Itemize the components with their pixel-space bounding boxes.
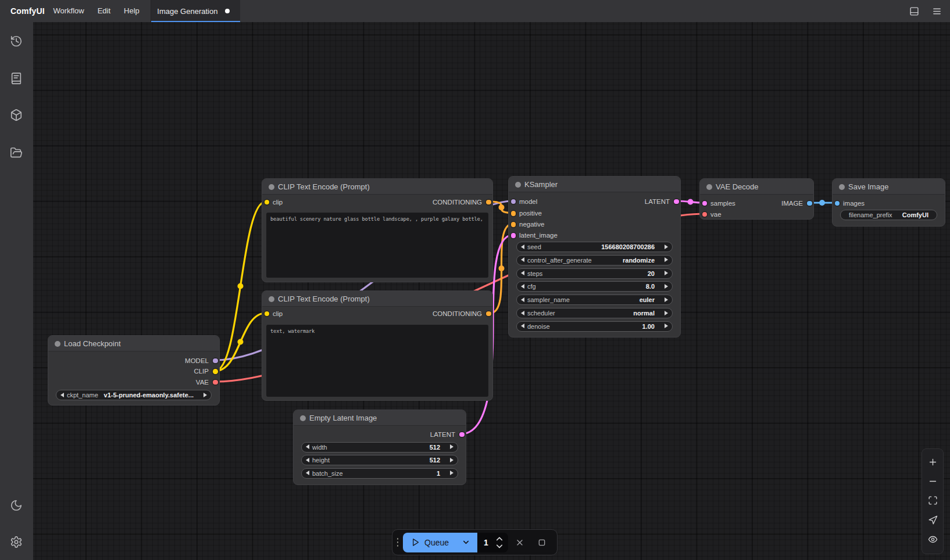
node-load-checkpoint[interactable]: Load CheckpointMODELCLIPVAEckpt_namev1-5… [48, 335, 220, 405]
output-port-dot-LATENT[interactable] [459, 432, 465, 437]
input-port-dot-positive[interactable] [511, 211, 516, 216]
node-header-load-checkpoint[interactable]: Load Checkpoint [48, 336, 219, 351]
bottom-panel-icon[interactable] [909, 6, 919, 16]
widget-filename_prefix[interactable]: filename_prefixComfyUI [840, 210, 937, 220]
menu-edit[interactable]: Edit [91, 0, 117, 22]
output-port-dot-CONDITIONING[interactable] [486, 200, 491, 205]
settings-gear-icon[interactable] [10, 536, 23, 548]
link-midpoint-dot-positive-conditioning[interactable] [499, 204, 505, 210]
output-port-dot-LATENT[interactable] [674, 199, 679, 204]
fit-view-icon[interactable] [928, 496, 938, 505]
decrement-arrow-icon[interactable] [60, 393, 64, 397]
decrement-arrow-icon[interactable] [521, 245, 524, 249]
link-midpoint-dot-latent-to-vae-decode[interactable] [688, 199, 694, 205]
count-down-icon[interactable] [496, 544, 503, 549]
node-header-empty-latent-image[interactable]: Empty Latent Image [294, 410, 466, 426]
widget-steps[interactable]: steps20 [516, 268, 673, 279]
node-save-image[interactable]: Save Imageimagesfilename_prefixComfyUI [832, 178, 945, 227]
output-port-dot-VAE[interactable] [213, 380, 218, 385]
widget-scheduler[interactable]: schedulernormal [516, 308, 673, 318]
output-port-dot-CLIP[interactable] [213, 369, 218, 374]
widget-cfg[interactable]: cfg8.0 [516, 281, 673, 292]
decrement-arrow-icon[interactable] [521, 324, 524, 328]
decrement-arrow-icon[interactable] [521, 297, 524, 302]
drag-handle-icon[interactable] [392, 538, 403, 547]
node-clip-text-encode-positive[interactable]: CLIP Text Encode (Prompt)clipCONDITIONIN… [262, 178, 493, 282]
widget-sampler_name[interactable]: sampler_nameeuler [516, 295, 673, 305]
widget-seed[interactable]: seed156680208700286 [516, 242, 673, 252]
zoom-in-icon[interactable] [928, 457, 938, 467]
decrement-arrow-icon[interactable] [306, 471, 309, 475]
node-header-save-image[interactable]: Save Image [833, 179, 945, 195]
node-vae-decode[interactable]: VAE DecodesamplesvaeIMAGE [699, 178, 814, 220]
input-port-dot-images[interactable] [835, 201, 840, 206]
collapse-dot-icon[interactable] [300, 415, 306, 421]
graph-canvas[interactable]: Load CheckpointMODELCLIPVAEckpt_namev1-5… [33, 22, 950, 560]
model-library-icon[interactable] [10, 109, 23, 121]
menu-workflow[interactable]: Workflow [47, 0, 91, 22]
output-port-dot-IMAGE[interactable] [807, 201, 812, 206]
tab-image-generation[interactable]: Image Generation [151, 0, 240, 22]
node-clip-text-encode-negative[interactable]: CLIP Text Encode (Prompt)clipCONDITIONIN… [262, 290, 493, 401]
clear-queue-button[interactable] [508, 533, 531, 552]
menu-help[interactable]: Help [117, 0, 147, 22]
node-empty-latent-image[interactable]: Empty Latent ImageLATENTwidth512height51… [293, 410, 466, 485]
collapse-dot-icon[interactable] [269, 184, 274, 190]
select-mode-icon[interactable] [928, 515, 938, 525]
batch-count-input[interactable]: 1 [477, 533, 508, 552]
widget-ckpt_name[interactable]: ckpt_namev1-5-pruned-emaonly.safete... [56, 390, 212, 400]
collapse-dot-icon[interactable] [515, 182, 521, 188]
interrupt-button[interactable] [531, 533, 552, 552]
decrement-arrow-icon[interactable] [306, 444, 309, 449]
increment-arrow-icon[interactable] [665, 245, 668, 249]
node-ksampler[interactable]: KSamplermodelpositivenegativelatent_imag… [508, 176, 681, 338]
widget-height[interactable]: height512 [301, 455, 458, 465]
link-midpoint-dot-clip-to-negative-prompt[interactable] [238, 339, 244, 345]
widget-width[interactable]: width512 [301, 442, 458, 453]
prompt-textarea[interactable]: beautiful scenery nature glass bottle la… [266, 213, 488, 278]
toggle-links-eye-icon[interactable] [928, 534, 938, 544]
zoom-out-icon[interactable] [928, 476, 938, 486]
increment-arrow-icon[interactable] [665, 324, 668, 328]
collapse-dot-icon[interactable] [706, 184, 712, 190]
decrement-arrow-icon[interactable] [521, 311, 524, 315]
decrement-arrow-icon[interactable] [306, 458, 309, 462]
queue-button[interactable]: Queue [403, 533, 477, 552]
increment-arrow-icon[interactable] [450, 444, 453, 449]
node-header-clip-text-encode-negative[interactable]: CLIP Text Encode (Prompt) [262, 291, 492, 307]
input-port-dot-vae[interactable] [702, 212, 708, 217]
collapse-dot-icon[interactable] [55, 341, 60, 347]
node-header-vae-decode[interactable]: VAE Decode [700, 179, 813, 195]
decrement-arrow-icon[interactable] [521, 284, 524, 289]
widget-batch_size[interactable]: batch_size1 [301, 468, 458, 479]
increment-arrow-icon[interactable] [665, 257, 668, 262]
link-midpoint-dot-image-to-save-image[interactable] [819, 200, 825, 206]
count-up-icon[interactable] [496, 536, 503, 541]
increment-arrow-icon[interactable] [203, 393, 207, 397]
node-header-clip-text-encode-positive[interactable]: CLIP Text Encode (Prompt) [262, 179, 492, 195]
output-port-dot-MODEL[interactable] [213, 358, 218, 364]
widget-control_after_generate[interactable]: control_after_generaterandomize [516, 255, 673, 265]
link-midpoint-dot-negative-conditioning[interactable] [499, 265, 505, 271]
theme-toggle-moon-icon[interactable] [10, 499, 23, 512]
main-menu-icon[interactable] [932, 6, 942, 16]
link-midpoint-dot-clip-to-positive-prompt[interactable] [238, 283, 244, 289]
decrement-arrow-icon[interactable] [521, 257, 524, 262]
collapse-dot-icon[interactable] [839, 184, 845, 190]
input-port-dot-latent_image[interactable] [511, 233, 516, 238]
widget-denoise[interactable]: denoise1.00 [516, 321, 673, 332]
workflow-history-icon[interactable] [10, 35, 23, 48]
collapse-dot-icon[interactable] [269, 296, 274, 302]
workflows-folder-icon[interactable] [10, 146, 23, 159]
input-port-dot-negative[interactable] [511, 222, 516, 227]
increment-arrow-icon[interactable] [450, 471, 453, 475]
decrement-arrow-icon[interactable] [521, 271, 524, 275]
node-library-icon[interactable] [10, 72, 23, 85]
increment-arrow-icon[interactable] [450, 458, 453, 462]
increment-arrow-icon[interactable] [665, 297, 668, 302]
node-header-ksampler[interactable]: KSampler [509, 177, 680, 192]
output-port-dot-CONDITIONING[interactable] [486, 311, 491, 317]
increment-arrow-icon[interactable] [665, 271, 668, 275]
increment-arrow-icon[interactable] [665, 284, 668, 289]
increment-arrow-icon[interactable] [665, 311, 668, 315]
